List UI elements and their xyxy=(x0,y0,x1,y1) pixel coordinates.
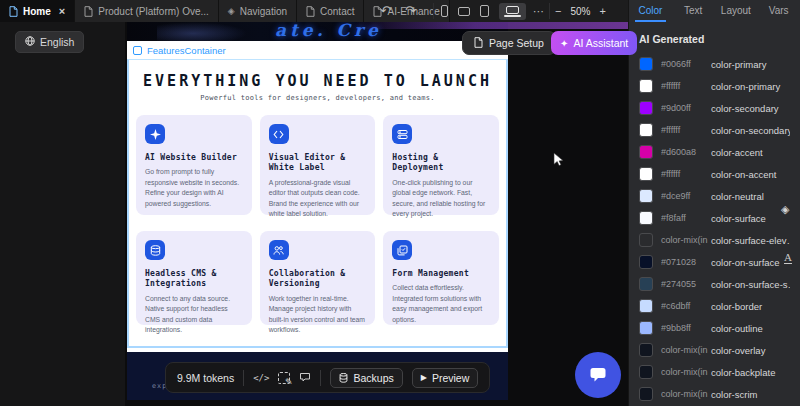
feature-card[interactable]: Visual Editor & White Label A profession… xyxy=(260,115,376,215)
color-value: #d600a8 xyxy=(661,147,711,157)
tab-contact[interactable]: Contact xyxy=(297,0,364,22)
annotate-tool-icon[interactable]: ✎ xyxy=(278,372,290,384)
divider xyxy=(320,370,321,386)
color-swatch[interactable] xyxy=(639,57,653,71)
color-swatch[interactable] xyxy=(639,167,653,181)
color-value: color-mix(in … xyxy=(661,345,711,355)
contrast-a-icon[interactable]: A xyxy=(784,251,792,264)
app-window: Home × Product (Platform) Ove... ◈ Navig… xyxy=(0,0,800,406)
color-value: #ffffff xyxy=(661,81,711,91)
comment-tool-icon[interactable] xyxy=(299,372,311,383)
page-setup-button[interactable]: Page Setup xyxy=(462,31,556,55)
card-title: Form Management xyxy=(392,269,490,279)
page-setup-label: Page Setup xyxy=(489,37,544,49)
redo-icon[interactable]: ↷ xyxy=(405,0,416,22)
color-row[interactable]: color-mix(in … color-scrim xyxy=(629,383,800,405)
color-swatch[interactable] xyxy=(639,365,653,379)
file-icon xyxy=(9,6,18,17)
gem-icon[interactable]: ◈ xyxy=(781,203,789,216)
color-row[interactable]: #9d00ff color-secondary xyxy=(629,97,800,119)
site-preview[interactable]: ate. Cre FeaturesContainer EVERYTHING YO… xyxy=(127,22,508,400)
phone-icon[interactable] xyxy=(441,5,448,17)
color-name: color-border xyxy=(711,301,790,312)
color-value: #9d00ff xyxy=(661,103,711,113)
color-row[interactable]: #dce9ff color-neutral xyxy=(629,185,800,207)
color-swatch[interactable] xyxy=(639,211,653,225)
color-row[interactable]: #071028 color-on-surface xyxy=(629,251,800,273)
inspector-tabs: Color Text Layout Vars xyxy=(628,0,800,22)
color-name: color-backplate xyxy=(711,367,790,378)
left-gutter: English xyxy=(0,22,125,406)
ai-assistant-button[interactable]: ✦ AI Assistant xyxy=(551,31,637,55)
color-swatch[interactable] xyxy=(639,101,653,115)
feature-card[interactable]: AI Website Builder Go from prompt to ful… xyxy=(136,115,252,215)
tab-label: Contact xyxy=(320,6,354,17)
chat-launcher-button[interactable] xyxy=(575,352,621,398)
features-container[interactable]: EVERYTHING YOU NEED TO LAUNCH Powerful t… xyxy=(127,59,508,348)
color-value: #ffffff xyxy=(661,125,711,135)
color-row[interactable]: color-mix(in … color-overlay xyxy=(629,339,800,361)
language-button[interactable]: English xyxy=(15,31,84,53)
color-swatch[interactable] xyxy=(639,343,653,357)
zoom-level[interactable]: 50% xyxy=(570,6,590,17)
color-name: color-on-surface xyxy=(711,257,790,268)
card-body: One-click publishing to our global edge … xyxy=(392,178,490,220)
feature-card[interactable]: Collaboration & Versioning Work together… xyxy=(260,231,376,325)
color-value: color-mix(in … xyxy=(661,367,711,377)
tab-product-overview[interactable]: Product (Platform) Ove... xyxy=(75,0,219,22)
close-icon[interactable]: × xyxy=(59,6,65,17)
tab-navigation[interactable]: ◈ Navigation xyxy=(219,0,297,22)
color-swatch[interactable] xyxy=(639,277,653,291)
color-row[interactable]: color-mix(in … color-surface-elev… xyxy=(629,229,800,251)
tab-color[interactable]: Color xyxy=(629,0,672,22)
color-swatch[interactable] xyxy=(639,321,653,335)
card-body: Work together in real-time. Manage proje… xyxy=(269,294,367,336)
color-row[interactable]: #274055 color-on-surface-s… xyxy=(629,273,800,295)
selection-label[interactable]: FeaturesContainer xyxy=(147,45,226,56)
color-swatch[interactable] xyxy=(639,233,653,247)
color-swatch[interactable] xyxy=(639,123,653,137)
color-row[interactable]: #ffffff color-on-secondary xyxy=(629,119,800,141)
color-row[interactable]: #d600a8 color-accent xyxy=(629,141,800,163)
design-canvas[interactable]: ate. Cre FeaturesContainer EVERYTHING YO… xyxy=(125,22,628,406)
zoom-in-button[interactable]: + xyxy=(599,5,605,17)
feature-card[interactable]: Form Management Collect data effortlessl… xyxy=(383,231,499,325)
color-row[interactable]: #f8faff color-surface xyxy=(629,207,800,229)
color-row[interactable]: #9bb8ff color-outline xyxy=(629,317,800,339)
color-row[interactable]: #ffffff color-on-accent xyxy=(629,163,800,185)
color-name: color-overlay xyxy=(711,345,790,356)
color-row[interactable]: #ffffff color-on-primary xyxy=(629,75,800,97)
preview-button[interactable]: ▶ Preview xyxy=(412,368,479,388)
color-swatch[interactable] xyxy=(639,255,653,269)
color-swatch[interactable] xyxy=(639,387,653,401)
mouse-cursor xyxy=(553,152,565,172)
zoom-out-button[interactable]: − xyxy=(555,5,561,17)
more-options-icon[interactable]: ⋯ xyxy=(533,0,545,22)
tablet-landscape-icon[interactable] xyxy=(458,7,470,16)
backups-button[interactable]: Backups xyxy=(330,368,402,388)
tab-home[interactable]: Home × xyxy=(0,0,75,22)
selection-checkbox[interactable] xyxy=(133,46,142,55)
color-swatch[interactable] xyxy=(639,299,653,313)
feature-card[interactable]: Hosting & Deployment One-click publishin… xyxy=(383,115,499,215)
feature-card[interactable]: Headless CMS & Integrations Connect to a… xyxy=(136,231,252,325)
color-row[interactable]: #c6dbff color-border xyxy=(629,295,800,317)
tablet-portrait-icon[interactable] xyxy=(480,5,489,17)
color-swatch[interactable] xyxy=(639,145,653,159)
undo-icon[interactable]: ↶ xyxy=(380,0,391,22)
tab-vars[interactable]: Vars xyxy=(757,0,800,22)
device-preview-switcher xyxy=(441,0,526,22)
tab-text[interactable]: Text xyxy=(672,0,715,22)
language-label: English xyxy=(40,36,74,48)
color-row[interactable]: #0066ff color-primary xyxy=(629,53,800,75)
tab-layout[interactable]: Layout xyxy=(715,0,758,22)
color-swatch[interactable] xyxy=(639,79,653,93)
tab-label: Product (Platform) Ove... xyxy=(98,6,209,17)
code-tool-icon[interactable]: </> xyxy=(253,373,269,383)
color-row[interactable]: color-mix(in … color-backplate xyxy=(629,361,800,383)
desktop-icon[interactable] xyxy=(499,3,526,20)
color-swatch[interactable] xyxy=(639,189,653,203)
color-value: #0066ff xyxy=(661,59,711,69)
card-body: Go from prompt to fully responsive websi… xyxy=(145,167,243,209)
card-body: Collect data effortlessly. Integrated fo… xyxy=(392,283,490,325)
